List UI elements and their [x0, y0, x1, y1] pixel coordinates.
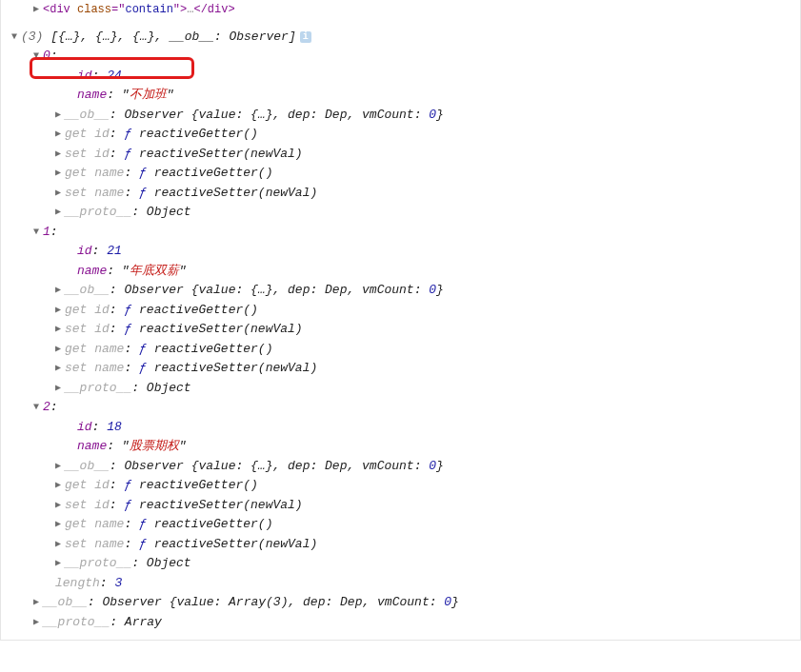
array-index-row[interactable]: 0: [1, 47, 800, 67]
name-value: 股票期权 [130, 439, 179, 453]
getter-row[interactable]: get id: ƒ reactiveGetter() [1, 125, 800, 145]
chevron-right-icon [55, 106, 65, 126]
getter-row[interactable]: get name: ƒ reactiveGetter() [1, 164, 800, 184]
proto-row[interactable]: __proto__: Object [1, 554, 800, 574]
getter-row[interactable]: get name: ƒ reactiveGetter() [1, 515, 800, 535]
array-index: 1 [43, 225, 50, 239]
id-value: 24 [107, 69, 122, 83]
chevron-right-icon [55, 125, 65, 145]
array-ob-row[interactable]: __ob__: Observer {value: Array(3), dep: … [1, 593, 800, 613]
name-value: 不加班 [130, 88, 167, 102]
chevron-down-icon [11, 28, 21, 48]
info-icon[interactable]: i [300, 31, 311, 43]
chevron-down-icon [33, 47, 43, 67]
setter-row[interactable]: set id: ƒ reactiveSetter(newVal) [1, 320, 800, 340]
chevron-right-icon [55, 164, 65, 184]
array-proto-row[interactable]: __proto__: Array [1, 613, 800, 633]
chevron-right-icon [55, 184, 65, 204]
chevron-right-icon [55, 203, 65, 223]
getter-row[interactable]: get id: ƒ reactiveGetter() [1, 301, 800, 321]
property-row-name[interactable]: name: "不加班" [1, 86, 800, 106]
chevron-right-icon [33, 613, 43, 633]
html-element-line[interactable]: <div class="contain">…</div> [1, 0, 800, 20]
chevron-right-icon [55, 554, 65, 574]
property-row-ob[interactable]: __ob__: Observer {value: {…}, dep: Dep, … [1, 457, 800, 477]
chevron-right-icon [55, 340, 65, 360]
chevron-down-icon [33, 398, 43, 418]
proto-row[interactable]: __proto__: Object [1, 379, 800, 399]
id-value: 18 [107, 420, 122, 434]
setter-row[interactable]: set id: ƒ reactiveSetter(newVal) [1, 145, 800, 165]
chevron-right-icon [55, 496, 65, 516]
array-index: 2 [43, 400, 50, 414]
setter-row[interactable]: set name: ƒ reactiveSetter(newVal) [1, 184, 800, 204]
proto-row[interactable]: __proto__: Object [1, 203, 800, 223]
chevron-right-icon [55, 379, 65, 399]
chevron-right-icon [55, 476, 65, 496]
length-row[interactable]: length: 3 [1, 574, 800, 594]
property-row-name[interactable]: name: "年底双薪" [1, 262, 800, 282]
setter-row[interactable]: set id: ƒ reactiveSetter(newVal) [1, 496, 800, 516]
chevron-right-icon [55, 535, 65, 555]
property-row-ob[interactable]: __ob__: Observer {value: {…}, dep: Dep, … [1, 106, 800, 126]
setter-row[interactable]: set name: ƒ reactiveSetter(newVal) [1, 359, 800, 379]
setter-row[interactable]: set name: ƒ reactiveSetter(newVal) [1, 535, 800, 555]
getter-row[interactable]: get id: ƒ reactiveGetter() [1, 476, 800, 496]
length-value: 3 [114, 576, 122, 590]
chevron-right-icon [55, 515, 65, 535]
array-summary: [{…}, {…}, {…}, [50, 30, 170, 44]
chevron-right-icon [55, 281, 65, 301]
array-count: (3) [21, 30, 50, 44]
chevron-down-icon [33, 223, 43, 243]
array-index-row[interactable]: 2: [1, 398, 800, 418]
chevron-right-icon [55, 359, 65, 379]
chevron-right-icon [55, 301, 65, 321]
array-header-row[interactable]: (3) [{…}, {…}, {…}, __ob__: Observer]i [1, 28, 800, 48]
property-row-id[interactable]: id: 24 [1, 67, 800, 87]
chevron-right-icon [55, 320, 65, 340]
chevron-right-icon [33, 593, 43, 613]
chevron-right-icon [55, 145, 65, 165]
chevron-right-icon [33, 0, 43, 20]
property-row-ob[interactable]: __ob__: Observer {value: {…}, dep: Dep, … [1, 281, 800, 301]
array-index: 0 [43, 49, 50, 63]
property-row-name[interactable]: name: "股票期权" [1, 437, 800, 457]
array-index-row[interactable]: 1: [1, 223, 800, 243]
chevron-right-icon [55, 457, 65, 477]
name-value: 年底双薪 [130, 264, 179, 278]
getter-row[interactable]: get name: ƒ reactiveGetter() [1, 340, 800, 360]
property-row-id[interactable]: id: 18 [1, 418, 800, 438]
property-row-id[interactable]: id: 21 [1, 242, 800, 262]
id-value: 21 [107, 244, 122, 258]
